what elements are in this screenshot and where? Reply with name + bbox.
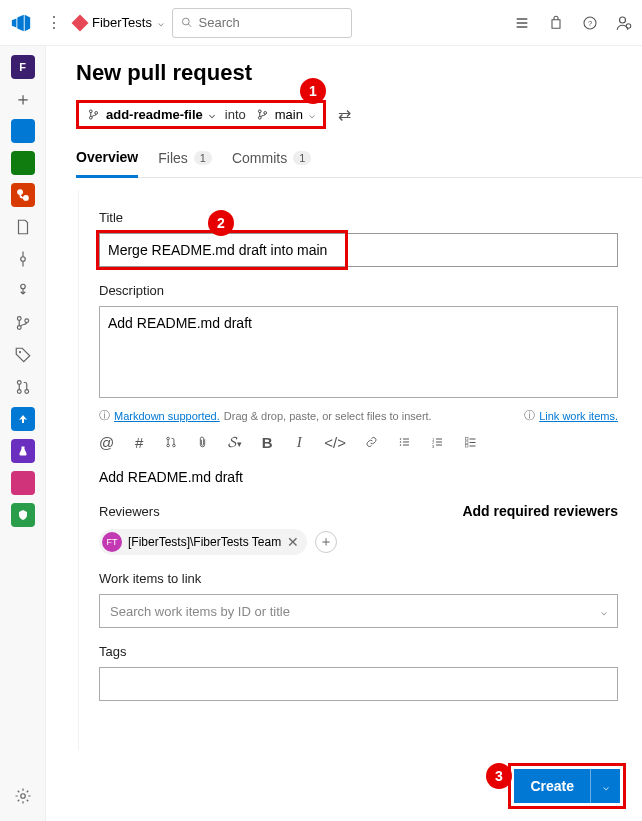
sidebar-overview[interactable] <box>8 116 38 146</box>
target-branch-label: main <box>275 107 303 122</box>
sidebar-pipelines[interactable] <box>8 404 38 434</box>
tab-files[interactable]: Files1 <box>158 149 212 177</box>
workitems-search[interactable]: Search work items by ID or title ⌵ <box>99 594 618 628</box>
create-button[interactable]: Create <box>514 769 590 803</box>
left-sidebar: F ＋ <box>0 46 46 821</box>
reviewer-name: [FiberTests]\FiberTests Team <box>128 535 281 549</box>
search-input[interactable] <box>199 15 343 30</box>
top-icon-bar: ? <box>512 13 634 33</box>
branch-selector-highlight: add-readme-file ⌵ into main ⌵ <box>76 100 326 129</box>
sidebar-repos[interactable] <box>8 180 38 210</box>
branch-row: add-readme-file ⌵ into main ⌵ ⇄ <box>76 100 642 129</box>
mention-icon[interactable]: @ <box>99 434 114 451</box>
sidebar-settings[interactable] <box>8 781 38 811</box>
main-content: New pull request add-readme-file ⌵ into … <box>46 46 642 821</box>
create-highlight: Create ⌵ <box>508 763 626 809</box>
sidebar-commits[interactable] <box>8 244 38 274</box>
sidebar-artifacts[interactable] <box>8 468 38 498</box>
sidebar-boards[interactable] <box>8 148 38 178</box>
branch-icon <box>256 108 269 121</box>
tags-input[interactable] <box>99 667 618 701</box>
list-icon[interactable] <box>512 13 532 33</box>
header-icon[interactable]: 𝓢▾ <box>228 433 242 451</box>
svg-point-23 <box>264 112 267 115</box>
sidebar-tags[interactable] <box>8 340 38 370</box>
svg-point-29 <box>400 444 402 446</box>
svg-point-24 <box>167 437 170 440</box>
numbered-list-icon[interactable]: 123 <box>430 436 445 448</box>
code-icon[interactable]: </> <box>324 434 346 451</box>
bold-icon[interactable]: B <box>260 434 274 451</box>
target-branch-picker[interactable]: main ⌵ <box>256 107 315 122</box>
sidebar-pushes[interactable] <box>8 276 38 306</box>
chevron-down-icon: ⌵ <box>601 606 607 617</box>
reviewer-chips: FT [FiberTests]\FiberTests Team ✕ ＋ <box>99 529 618 555</box>
project-label: FiberTests <box>92 15 152 30</box>
chevron-down-icon: ⌵ <box>209 109 215 120</box>
svg-point-12 <box>24 319 28 323</box>
add-required-reviewers[interactable]: Add required reviewers <box>462 503 618 519</box>
more-menu-icon[interactable]: ⋮ <box>42 13 66 32</box>
bullet-list-icon[interactable] <box>397 436 412 448</box>
create-dropdown[interactable]: ⌵ <box>590 769 620 803</box>
italic-icon[interactable]: I <box>292 434 306 451</box>
create-split-button: Create ⌵ <box>514 769 620 803</box>
sidebar-branches[interactable] <box>8 308 38 338</box>
svg-point-21 <box>258 110 261 113</box>
svg-point-20 <box>95 112 98 115</box>
format-toolbar: @ # 𝓢▾ B I </> 123 <box>99 433 618 451</box>
tab-files-label: Files <box>158 150 188 166</box>
sidebar-green[interactable] <box>8 500 38 530</box>
pr-ref-icon[interactable] <box>164 435 178 449</box>
tab-overview[interactable]: Overview <box>76 149 138 178</box>
svg-point-25 <box>167 444 170 447</box>
svg-point-27 <box>400 438 402 440</box>
files-count: 1 <box>194 151 212 165</box>
link-work-items[interactable]: Link work items. <box>539 410 618 422</box>
svg-point-19 <box>89 116 92 119</box>
title-input[interactable] <box>99 233 618 267</box>
title-label: Title <box>99 210 618 225</box>
svg-point-11 <box>17 326 21 330</box>
attach-icon[interactable] <box>196 435 210 450</box>
svg-point-13 <box>18 351 20 353</box>
description-label: Description <box>99 283 618 298</box>
link-icon[interactable] <box>364 436 379 448</box>
remove-chip-icon[interactable]: ✕ <box>287 534 299 550</box>
avatar: FT <box>102 532 122 552</box>
svg-rect-33 <box>465 438 468 441</box>
help-icon[interactable]: ? <box>580 13 600 33</box>
workitems-placeholder: Search work items by ID or title <box>110 604 290 619</box>
azure-devops-logo[interactable] <box>8 10 34 36</box>
hash-icon[interactable]: # <box>132 434 146 451</box>
task-list-icon[interactable] <box>463 436 478 448</box>
svg-point-22 <box>258 116 261 119</box>
swap-branches-icon[interactable]: ⇄ <box>338 105 351 124</box>
svg-line-1 <box>188 24 191 27</box>
reviewer-chip[interactable]: FT [FiberTests]\FiberTests Team ✕ <box>99 529 307 555</box>
sidebar-pullrequests[interactable] <box>8 372 38 402</box>
svg-point-28 <box>400 441 402 443</box>
drag-hint: Drag & drop, paste, or select files to i… <box>224 410 432 422</box>
svg-point-14 <box>17 381 21 385</box>
sidebar-project[interactable]: F <box>8 52 38 82</box>
markdown-link[interactable]: Markdown supported. <box>114 410 220 422</box>
search-box[interactable] <box>172 8 352 38</box>
sidebar-files[interactable] <box>8 212 38 242</box>
sidebar-testplans[interactable] <box>8 436 38 466</box>
description-input[interactable] <box>99 306 618 398</box>
svg-point-16 <box>24 390 28 394</box>
reviewers-label: Reviewers <box>99 504 160 519</box>
source-branch-picker[interactable]: add-readme-file ⌵ <box>87 107 215 122</box>
workitems-label: Work items to link <box>99 571 618 586</box>
tabs: Overview Files1 Commits1 <box>76 149 642 178</box>
tags-label: Tags <box>99 644 618 659</box>
svg-point-4 <box>620 17 626 23</box>
user-settings-icon[interactable] <box>614 13 634 33</box>
shopping-bag-icon[interactable] <box>546 13 566 33</box>
svg-point-18 <box>89 110 92 113</box>
add-reviewer-button[interactable]: ＋ <box>315 531 337 553</box>
sidebar-new[interactable]: ＋ <box>8 84 38 114</box>
tab-commits[interactable]: Commits1 <box>232 149 311 177</box>
project-picker[interactable]: FiberTests ⌵ <box>74 15 164 30</box>
